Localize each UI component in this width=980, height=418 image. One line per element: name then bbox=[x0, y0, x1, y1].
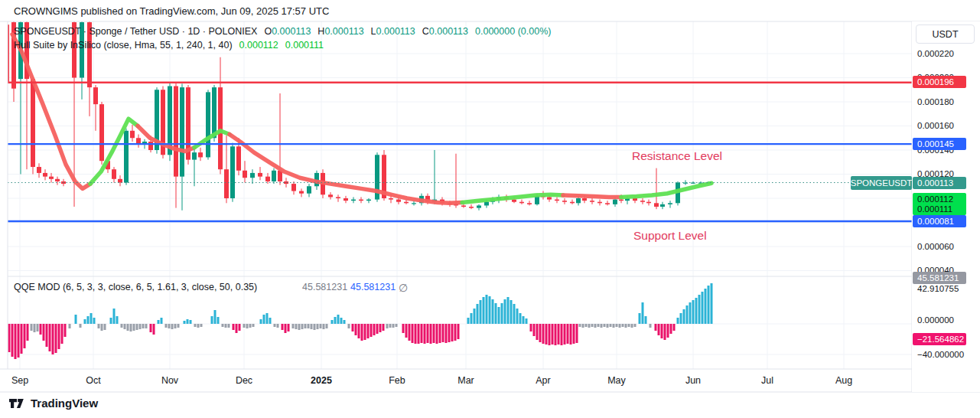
qqe-bar bbox=[597, 324, 600, 327]
price-tick: 0.000180 bbox=[917, 96, 954, 107]
qqe-bar bbox=[252, 324, 255, 327]
candle-body bbox=[198, 152, 203, 157]
qqe-bar bbox=[409, 324, 411, 341]
candle-body bbox=[343, 198, 348, 201]
qqe-bar bbox=[650, 324, 652, 328]
candle-body bbox=[328, 194, 333, 197]
empty-set-icon[interactable]: ∅ bbox=[399, 282, 408, 294]
candle-body bbox=[5, 24, 9, 83]
qqe-bar bbox=[489, 296, 491, 324]
qqe-bar bbox=[622, 324, 624, 327]
ohlc-low: L0.000113 bbox=[371, 26, 415, 37]
qqe-bar bbox=[308, 324, 310, 328]
candle-body bbox=[130, 131, 135, 138]
qqe-bar bbox=[348, 324, 350, 328]
qqe-bar bbox=[392, 324, 395, 328]
candle-body bbox=[597, 202, 602, 204]
hull-legend[interactable]: Hull Suite by InSilico (close, Hma, 55, … bbox=[14, 40, 324, 51]
qqe-bar bbox=[177, 324, 180, 328]
qqe-bar bbox=[34, 324, 36, 332]
tradingview-logo-icon[interactable] bbox=[9, 397, 25, 410]
candle-body bbox=[389, 198, 393, 200]
hull-segment-bearish bbox=[138, 126, 194, 152]
time-axis-label: Mar bbox=[457, 375, 474, 386]
price-tick: −40.000000 bbox=[917, 349, 964, 360]
qqe-legend[interactable]: QQE MOD (6, 5, 3, 3, close, 6, 5, 1.61, … bbox=[14, 282, 442, 292]
hull-value-2: 0.000111 bbox=[285, 40, 324, 51]
qqe-bar bbox=[526, 318, 528, 324]
candle-body bbox=[576, 198, 581, 203]
qqe-bar bbox=[516, 309, 519, 324]
qqe-bar bbox=[274, 324, 276, 327]
candle-body bbox=[582, 198, 587, 201]
qqe-bar bbox=[24, 324, 26, 348]
qqe-bar bbox=[233, 324, 235, 330]
hull-title[interactable]: Hull Suite by InSilico (close, Hma, 55, … bbox=[14, 40, 233, 51]
qqe-bar bbox=[702, 292, 704, 324]
qqe-bar bbox=[576, 324, 578, 343]
qqe-histogram bbox=[5, 283, 713, 359]
candle-body bbox=[118, 179, 122, 183]
qqe-bar bbox=[504, 299, 506, 324]
qqe-bar bbox=[613, 324, 615, 328]
qqe-bar bbox=[69, 324, 71, 328]
qqe-bar bbox=[246, 324, 249, 328]
qqe-bar bbox=[269, 318, 272, 324]
candle-body bbox=[307, 186, 311, 193]
qqe-bar bbox=[536, 324, 539, 340]
price-tick: 0.000000 bbox=[917, 315, 954, 325]
qqe-bar bbox=[314, 324, 316, 330]
qqe-bar bbox=[326, 324, 328, 328]
hull-segment-bearish bbox=[12, 34, 90, 189]
currency-button[interactable]: USDT bbox=[916, 24, 975, 44]
qqe-bar bbox=[317, 324, 319, 329]
qqe-bar bbox=[8, 324, 11, 352]
qqe-bar bbox=[5, 324, 8, 345]
time-axis-label: Nov bbox=[161, 375, 178, 386]
price-axis[interactable]: USDT 0.0002200.0002000.0001800.0001600.0… bbox=[912, 21, 980, 392]
qqe-bar bbox=[386, 324, 389, 328]
qqe-bar bbox=[285, 324, 287, 333]
qqe-bar bbox=[705, 289, 707, 324]
qqe-bar bbox=[161, 318, 163, 324]
candle-body bbox=[250, 173, 255, 178]
qqe-bar bbox=[436, 324, 438, 344]
time-axis[interactable]: SepOctNovDec2025FebMarAprMayJunJulAug bbox=[0, 370, 912, 392]
qqe-bar bbox=[27, 324, 29, 341]
qqe-bar bbox=[467, 318, 470, 324]
qqe-bar bbox=[136, 324, 138, 330]
candle-body bbox=[555, 200, 559, 201]
qqe-bar bbox=[187, 319, 189, 324]
candle-body bbox=[359, 200, 363, 201]
qqe-bar bbox=[530, 324, 532, 331]
support-label: Support Level bbox=[633, 229, 707, 243]
qqe-bar bbox=[260, 319, 262, 324]
qqe-bar bbox=[75, 315, 77, 324]
candle-body bbox=[461, 205, 466, 207]
tradingview-snapshot: CROWNGIMS published on TradingView.com, … bbox=[0, 0, 980, 418]
qqe-bar bbox=[200, 324, 203, 327]
symbol-legend[interactable]: SPONGEUSDT · Sponge / Tether USD · 1D · … bbox=[14, 26, 551, 37]
qqe-bar bbox=[519, 313, 522, 324]
qqe-bar bbox=[498, 307, 500, 324]
qqe-bar bbox=[673, 324, 676, 331]
qqe-bar bbox=[642, 302, 644, 324]
qqe-bar bbox=[373, 324, 376, 335]
qqe-bar bbox=[451, 324, 454, 341]
candle-body bbox=[646, 202, 651, 204]
candle-body bbox=[265, 177, 270, 181]
qqe-bar bbox=[610, 324, 612, 327]
qqe-bar bbox=[639, 313, 641, 324]
candle-body bbox=[180, 87, 184, 177]
qqe-title[interactable]: QQE MOD (6, 5, 3, 3, close, 6, 5, 1.61, … bbox=[14, 282, 257, 292]
qqe-bar bbox=[601, 324, 603, 328]
hull-value-1: 0.000112 bbox=[239, 40, 278, 51]
symbol-title[interactable]: SPONGEUSDT · Sponge / Tether USD · 1D · … bbox=[14, 26, 257, 37]
qqe-bar bbox=[288, 324, 290, 331]
brand-name[interactable]: TradingView bbox=[31, 397, 98, 410]
qqe-bar bbox=[190, 320, 192, 324]
qqe-bar bbox=[104, 324, 106, 330]
chart-canvas[interactable] bbox=[0, 0, 980, 418]
qqe-bar bbox=[331, 320, 334, 324]
qqe-value-gray: 45.581231 bbox=[302, 282, 347, 292]
